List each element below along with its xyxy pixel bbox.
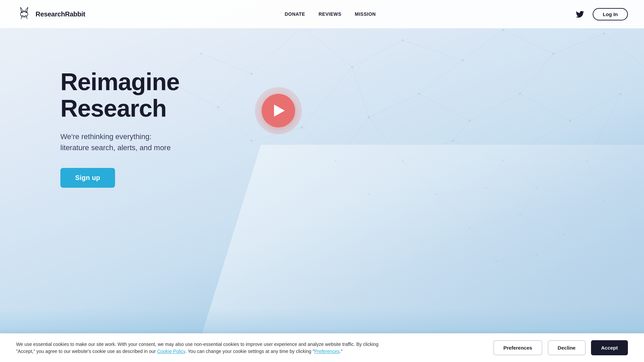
nav-right: Log In — [575, 8, 628, 20]
hero-subtitle-line1: We're rethinking everything: — [60, 132, 152, 141]
cookie-preferences-button[interactable]: Preferences — [493, 340, 542, 355]
hero-title: Reimagine Research — [60, 69, 644, 122]
nav-links: DONATE REVIEWS MISSION — [285, 11, 376, 17]
cookie-banner: We use essential cookies to make our sit… — [0, 333, 644, 362]
hero-subtitle: We're rethinking everything: literature … — [60, 131, 644, 153]
cookie-text-mid: . You can change your cookie settings at… — [185, 349, 314, 354]
navbar: ResearchRabbit DONATE REVIEWS MISSION Lo… — [0, 0, 644, 28]
hero-title-line1: Reimagine — [60, 68, 179, 95]
twitter-icon[interactable] — [575, 9, 585, 19]
nav-donate[interactable]: DONATE — [285, 11, 305, 17]
brand-name: ResearchRabbit — [36, 10, 85, 18]
logo-icon — [16, 6, 32, 22]
cookie-accept-button[interactable]: Accept — [591, 340, 628, 355]
login-button[interactable]: Log In — [593, 8, 628, 20]
logo[interactable]: ResearchRabbit — [16, 6, 85, 22]
cookie-decline-button[interactable]: Decline — [548, 340, 586, 355]
play-button-outer[interactable] — [255, 87, 302, 134]
video-play-container — [255, 87, 302, 134]
signup-button[interactable]: Sign up — [60, 168, 115, 188]
cookie-policy-link[interactable]: Cookie Policy — [157, 349, 185, 354]
play-icon — [274, 105, 285, 117]
bottom-gradient — [0, 308, 644, 335]
hero-subtitle-line2: literature search, alerts, and more — [60, 143, 171, 152]
play-button-inner[interactable] — [262, 94, 295, 127]
hero-title-line2: Research — [60, 95, 166, 122]
svg-line-88 — [24, 15, 26, 17]
cookie-preferences-link[interactable]: Preferences — [314, 349, 339, 354]
nav-reviews[interactable]: REVIEWS — [319, 11, 341, 17]
cookie-text-end: ." — [339, 349, 342, 354]
svg-line-87 — [22, 15, 24, 17]
hero-section: Reimagine Research We're rethinking ever… — [0, 28, 644, 188]
cookie-buttons: Preferences Decline Accept — [493, 340, 628, 355]
cookie-text: We use essential cookies to make our sit… — [16, 341, 385, 355]
nav-mission[interactable]: MISSION — [355, 11, 376, 17]
